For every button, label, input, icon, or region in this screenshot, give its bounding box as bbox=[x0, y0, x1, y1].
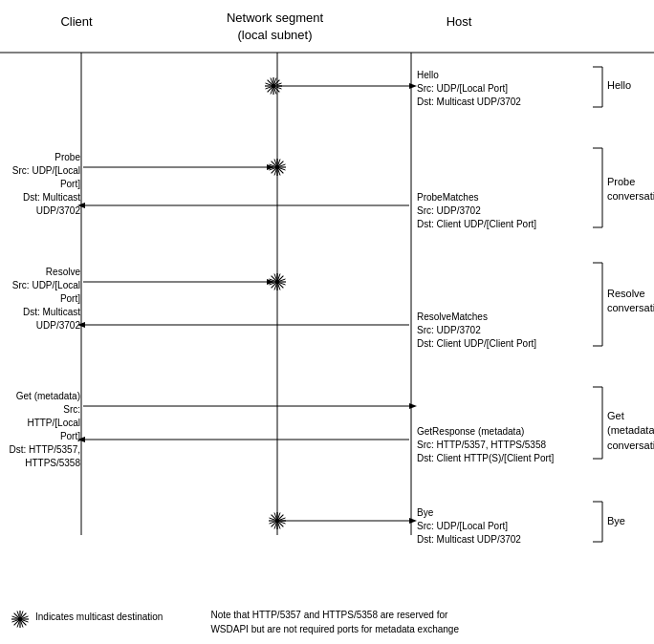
header-network: Network segment(local subnet) bbox=[206, 10, 344, 44]
starburst-hello bbox=[263, 75, 284, 97]
starburst-probe bbox=[267, 157, 288, 178]
get-metadata-bracket-label: Get (metadata)conversation bbox=[607, 409, 654, 453]
hello-bracket-label: Hello bbox=[607, 79, 631, 91]
probe-bracket-label: Probeconversation bbox=[607, 175, 654, 204]
probe-label: ProbeSrc: UDP/[Local Port]Dst: Multicast… bbox=[8, 151, 80, 218]
footer-note: Note that HTTP/5357 and HTTPS/5358 are r… bbox=[210, 608, 459, 636]
resolve-matches-label: ResolveMatchesSrc: UDP/3702Dst: Client U… bbox=[417, 311, 536, 351]
probe-matches-label: ProbeMatchesSrc: UDP/3702Dst: Client UDP… bbox=[417, 191, 536, 231]
bye-label: ByeSrc: UDP/[Local Port]Dst: Multicast U… bbox=[417, 506, 521, 547]
resolve-label: ResolveSrc: UDP/[Local Port]Dst: Multica… bbox=[8, 266, 80, 333]
starburst-footer-icon bbox=[10, 609, 31, 630]
svg-marker-5 bbox=[409, 83, 417, 89]
starburst-footer-label: Indicates multicast destination bbox=[35, 612, 163, 622]
get-response-label: GetResponse (metadata)Src: HTTP/5357, HT… bbox=[417, 425, 554, 465]
get-metadata-label: Get (metadata)Src: HTTP/[Local Port]Dst:… bbox=[8, 390, 80, 470]
header-client: Client bbox=[19, 14, 134, 29]
footer: Indicates multicast destination Note tha… bbox=[0, 608, 654, 636]
starburst-bye bbox=[267, 510, 288, 531]
resolve-bracket-label: Resolveconversation bbox=[607, 287, 654, 316]
hello-label: HelloSrc: UDP/[Local Port]Dst: Multicast… bbox=[417, 69, 521, 109]
starburst-resolve bbox=[267, 271, 288, 292]
header-host: Host bbox=[421, 14, 497, 29]
svg-marker-24 bbox=[409, 403, 417, 409]
bye-bracket-label: Bye bbox=[607, 515, 625, 526]
diagram-svg bbox=[0, 0, 654, 644]
diagram-container: Client Network segment(local subnet) Hos… bbox=[0, 0, 654, 644]
svg-marker-31 bbox=[409, 518, 417, 524]
